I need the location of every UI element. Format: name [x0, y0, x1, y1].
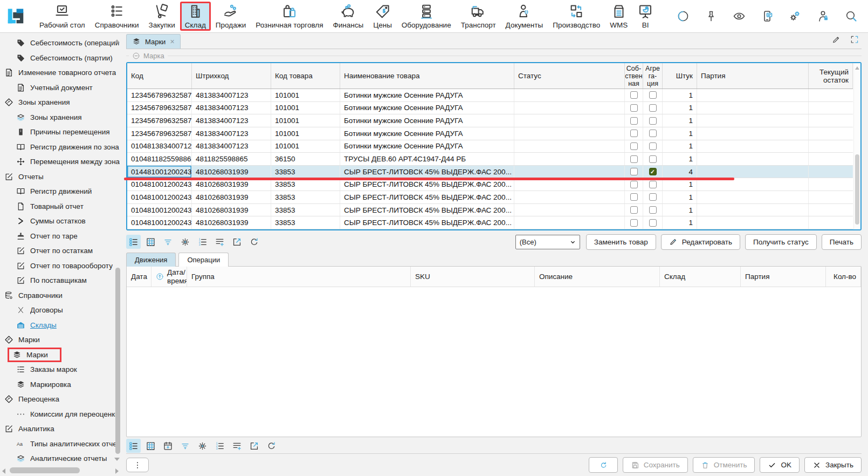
sidebar-item-cost-batches[interactable]: Себестоимость (партии)	[0, 51, 123, 66]
sidebar-item-reports[interactable]: Отчеты	[0, 169, 123, 185]
external-toolbar-button[interactable]	[247, 439, 261, 453]
pin-button[interactable]	[697, 2, 725, 31]
print-button[interactable]: Печать	[822, 234, 862, 250]
module-wms[interactable]: WMS	[605, 2, 632, 31]
column-header[interactable]: Агрега-ция	[643, 63, 663, 89]
user-lock-button[interactable]	[809, 2, 837, 31]
sidebar-item-analytic-reports[interactable]: Аналитические отчеты	[0, 451, 123, 466]
sidebar-item-balance-sums[interactable]: Суммы остатков	[0, 214, 123, 229]
sidebar-item-analytic-report-types[interactable]: AaТипы аналитических отчет	[0, 437, 123, 452]
own-checkbox[interactable]	[630, 193, 638, 201]
aggregation-checkbox[interactable]	[649, 91, 657, 99]
sidebar-item-storage-zones-list[interactable]: Зоны хранения	[0, 110, 123, 125]
aggregation-checkbox[interactable]	[649, 130, 657, 137]
close-button[interactable]: Закрыть	[804, 457, 862, 473]
sidebar-item-directories[interactable]: Справочники	[0, 288, 123, 303]
get-status-button[interactable]: Получить статус	[745, 234, 817, 250]
module-production[interactable]: Производство	[548, 2, 605, 31]
module-equipment[interactable]: Оборудование	[397, 2, 456, 31]
sidebar-item-storage-zones[interactable]: Зоны хранения	[0, 95, 123, 110]
column-header[interactable]: Дата	[127, 267, 151, 287]
grid-toolbar-button[interactable]	[143, 235, 158, 249]
sidebar-item-goods-report[interactable]: Товарный отчет	[0, 199, 123, 214]
sidebar-item-movement-register[interactable]: Регистр движений	[0, 184, 123, 199]
sidebar-horizontal-scrollbar[interactable]	[1, 467, 120, 474]
scroll-left-arrow[interactable]	[2, 468, 5, 474]
tab-marki[interactable]: Марки ×	[126, 34, 181, 49]
module-transport[interactable]: Транспорт	[456, 2, 501, 31]
sidebar-scroll-up-arrow[interactable]	[114, 39, 120, 43]
calendar-toolbar-button[interactable]	[161, 439, 175, 453]
column-header[interactable]: Штрихкод	[192, 63, 271, 89]
list-view-toolbar-button[interactable]	[126, 439, 141, 453]
own-checkbox[interactable]	[630, 104, 638, 112]
sidebar-item-turnover-report[interactable]: Отчет по товарообороту	[0, 259, 123, 274]
list-view-toolbar-button[interactable]	[126, 235, 141, 249]
sidebar-item-analytics[interactable]: Аналитика	[0, 421, 123, 437]
sidebar-item-balance-report[interactable]: Отчет по остаткам	[0, 243, 123, 259]
sidebar-vertical-scrollbar[interactable]	[115, 268, 120, 454]
scroll-right-arrow[interactable]	[115, 468, 119, 474]
gear-toolbar-button[interactable]	[195, 439, 210, 453]
sidebar-item-accounting-document[interactable]: Учетный документ	[0, 80, 123, 96]
more-options-button[interactable]	[126, 458, 149, 472]
module-warehouse[interactable]: Склад	[180, 2, 211, 31]
grid-toolbar-button[interactable]	[143, 439, 158, 453]
aggregation-checkbox[interactable]	[649, 206, 657, 214]
list-plus-toolbar-button[interactable]	[230, 439, 244, 453]
table-row[interactable]: 010481001200243721...481026803193933853С…	[127, 178, 853, 191]
own-checkbox[interactable]	[630, 206, 638, 214]
sidebar-item-marks-list[interactable]: Марки	[0, 348, 123, 363]
sidebar-item-revaluation[interactable]: Переоценка	[0, 392, 123, 407]
column-header[interactable]: Партия	[741, 267, 826, 287]
own-checkbox[interactable]	[630, 117, 638, 125]
own-checkbox[interactable]	[630, 155, 638, 163]
column-header[interactable]: Дата/время	[151, 267, 187, 287]
column-header[interactable]: Статус	[514, 63, 625, 89]
sidebar-scroll-down-arrow[interactable]	[114, 458, 120, 461]
search-button[interactable]	[837, 2, 865, 31]
table-row[interactable]: 010481383400712321...4813834007123101001…	[127, 140, 853, 153]
cancel-button[interactable]: Отменить	[693, 457, 755, 473]
module-documents[interactable]: Документы	[501, 2, 548, 31]
sidebar-item-by-suppliers[interactable]: По поставщикам	[0, 273, 123, 288]
sidebar-item-tare-report[interactable]: Отчет по таре	[0, 229, 123, 244]
table-row[interactable]: 123456789632587412...4813834007123101001…	[127, 89, 853, 102]
sidebar-item-mark-orders[interactable]: Заказы марок	[0, 362, 123, 377]
column-header[interactable]: Кол-во	[826, 267, 861, 287]
column-header[interactable]: Код	[127, 63, 192, 89]
sidebar-item-movement-reasons[interactable]: Причины перемещения	[0, 125, 123, 140]
column-header[interactable]: Штук	[663, 63, 697, 89]
sidebar-item-zone-movement-register[interactable]: Регистр движения по зона	[0, 140, 123, 155]
num-list-toolbar-button[interactable]: 123	[195, 235, 210, 249]
table-row[interactable]: 010481182559886521...481182559886536150Т…	[127, 153, 853, 166]
column-header[interactable]: Группа	[187, 267, 411, 287]
column-header[interactable]: Партия	[697, 63, 809, 89]
horizontal-scroll-thumb[interactable]	[10, 467, 80, 473]
sidebar-item-warehouses[interactable]: Склады	[0, 318, 123, 333]
num-list-toolbar-button[interactable]: 123	[212, 439, 227, 453]
own-checkbox[interactable]	[630, 219, 638, 227]
edit-pencil-icon[interactable]	[831, 35, 841, 44]
sidebar-item-zone-transfers[interactable]: Перемещения между зона	[0, 154, 123, 169]
aggregation-checkbox[interactable]	[649, 117, 657, 125]
collapse-icon[interactable]	[132, 52, 140, 60]
table-row[interactable]: 014481001200243511...481026803193933853С…	[127, 166, 853, 179]
module-bi[interactable]: BI	[632, 2, 658, 31]
reload-toolbar-button[interactable]	[247, 235, 261, 249]
aggregation-checkbox[interactable]	[649, 193, 657, 201]
aggregation-checkbox[interactable]	[649, 181, 657, 188]
own-checkbox[interactable]	[630, 142, 638, 150]
aggregation-checkbox[interactable]	[649, 219, 657, 227]
filter-toolbar-button[interactable]	[161, 235, 175, 249]
own-checkbox[interactable]	[630, 91, 638, 99]
subtab-operations[interactable]: Операции	[178, 253, 229, 267]
marks-table-scrollbar[interactable]	[853, 63, 860, 229]
gears-button[interactable]	[781, 2, 809, 31]
column-header[interactable]: SKU	[411, 267, 535, 287]
aggregation-checkbox[interactable]	[649, 142, 657, 150]
table-row[interactable]: 123456789632587412...4813834007123101001…	[127, 114, 853, 127]
gear-toolbar-button[interactable]	[178, 235, 192, 249]
module-directories[interactable]: Справочники	[90, 2, 144, 31]
module-finance[interactable]: Финансы	[328, 2, 369, 31]
